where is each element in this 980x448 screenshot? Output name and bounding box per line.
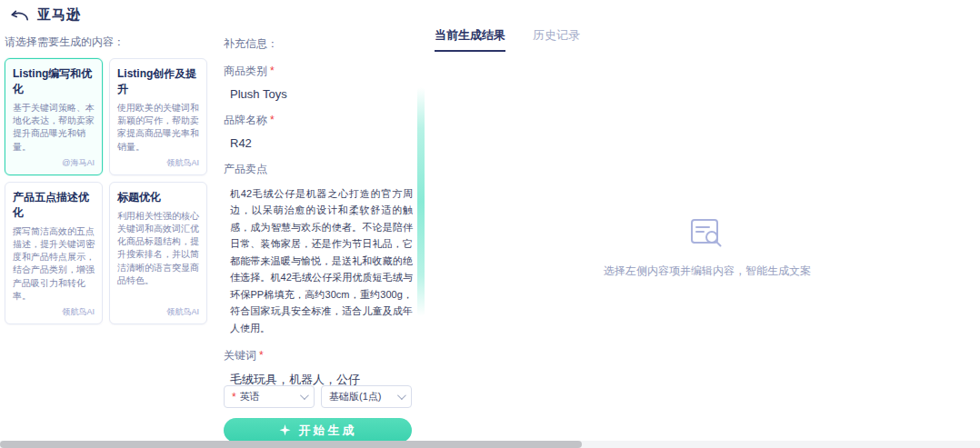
empty-state: 选择左侧内容项并编辑内容，智能生成文案 [435,218,980,279]
product-category-input[interactable]: Plush Toys [224,87,413,101]
card-ai-tag: 领航鸟AI [13,306,95,318]
field-label: 商品类别* [224,64,413,79]
tab-history[interactable]: 历史记录 [533,27,580,52]
amazon-listing-tool-page: 亚马逊 请选择需要生成的内容： Listing编写和优化 基于关键词策略、本地化… [0,0,980,448]
page-title: 亚马逊 [37,6,81,24]
back-arrow-icon[interactable] [9,9,29,22]
card-title: Listing创作及提升 [117,66,199,97]
form-scrollbar[interactable] [417,87,425,316]
card-five-point-description[interactable]: 产品五点描述优化 撰写简洁高效的五点描述，提升关键词密度和产品特点展示，结合产品… [5,182,103,324]
content-type-panel: 请选择需要生成的内容： Listing编写和优化 基于关键词策略、本地化表达，帮… [5,35,208,324]
field-selling-points: 产品卖点 机42毛绒公仔是机器之心打造的官方周边，以呆萌治愈的设计和柔软舒适的触… [224,162,413,336]
card-listing-write-optimize[interactable]: Listing编写和优化 基于关键词策略、本地化表达，帮助卖家提升商品曝光和销量… [5,58,103,175]
field-label: 品牌名称* [224,113,413,128]
document-search-icon [690,218,725,249]
required-asterisk: * [270,114,275,126]
required-asterisk: * [259,349,264,362]
card-description: 利用相关性强的核心关键词和高效词汇优化商品标题结构，提升搜索排名，并以简洁清晰的… [117,210,199,303]
field-brand-name: 品牌名称* R42 [224,113,413,150]
language-select-value: 英语 [240,390,300,403]
result-tabs: 当前生成结果 历史记录 [435,27,980,52]
supplementary-info-form: 补充信息： 商品类别* Plush Toys 品牌名称* R42 产品卖点 机4… [224,36,413,388]
card-description: 撰写简洁高效的五点描述，提升关键词密度和产品特点展示，结合产品类别，增强产品吸引… [13,225,95,303]
card-title: 产品五点描述优化 [13,190,95,221]
start-generate-button[interactable]: 开始生成 [224,418,412,443]
required-asterisk: * [270,65,275,77]
horizontal-scrollbar-thumb[interactable] [0,441,582,448]
start-generate-label: 开始生成 [299,423,357,439]
language-select[interactable]: * 英语 [224,385,315,408]
sparkle-wand-icon [279,424,291,436]
card-description: 使用欧美的关键词和新颖的写作，帮助卖家提高商品曝光率和销量。 [117,102,199,154]
result-panel: 当前生成结果 历史记录 选择左侧内容项并编辑内容，智能生成文案 [435,27,980,432]
required-asterisk: * [232,391,236,403]
header: 亚马逊 [9,6,81,24]
content-type-heading: 请选择需要生成的内容： [5,35,208,50]
selling-points-textarea[interactable]: 机42毛绒公仔是机器之心打造的官方周边，以呆萌治愈的设计和柔软舒适的触感，成为智… [224,185,413,336]
version-select-value: 基础版(1点) [329,390,397,403]
chevron-down-icon [397,391,406,400]
card-title: 标题优化 [117,190,199,205]
card-ai-tag: 领航鸟AI [117,306,199,318]
tab-current-result[interactable]: 当前生成结果 [435,27,505,52]
version-select[interactable]: 基础版(1点) [321,385,412,408]
form-bottom-controls: * 英语 基础版(1点) 开始生成 [224,385,412,443]
chevron-down-icon [300,391,309,400]
card-title: Listing编写和优化 [13,66,95,97]
brand-name-input[interactable]: R42 [224,136,413,150]
card-title-optimize[interactable]: 标题优化 利用相关性强的核心关键词和高效词汇优化商品标题结构，提升搜索排名，并以… [109,182,207,324]
card-ai-tag: 领航鸟AI [117,157,199,169]
form-heading: 补充信息： [224,36,413,52]
card-ai-tag: @海马AI [13,157,95,169]
content-type-card-grid: Listing编写和优化 基于关键词策略、本地化表达，帮助卖家提升商品曝光和销量… [5,58,208,324]
empty-state-text: 选择左侧内容项并编辑内容，智能生成文案 [435,264,980,279]
field-product-category: 商品类别* Plush Toys [224,64,413,101]
card-listing-create-improve[interactable]: Listing创作及提升 使用欧美的关键词和新颖的写作，帮助卖家提高商品曝光率和… [109,58,207,175]
field-label: 产品卖点 [224,162,413,177]
card-description: 基于关键词策略、本地化表达，帮助卖家提升商品曝光和销量。 [13,102,95,154]
field-label: 关键词* [224,348,413,363]
horizontal-scrollbar-track [0,441,980,448]
field-keywords: 关键词* 毛绒玩具，机器人，公仔 [224,348,413,388]
select-row: * 英语 基础版(1点) [224,385,412,408]
